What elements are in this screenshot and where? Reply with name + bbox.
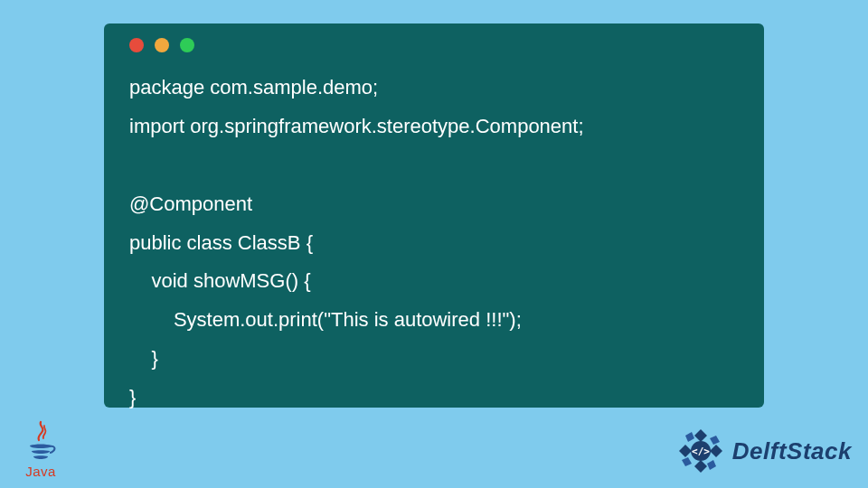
java-logo: Java	[16, 414, 65, 479]
close-icon[interactable]	[129, 38, 144, 52]
minimize-icon[interactable]	[155, 38, 169, 52]
svg-marker-0	[694, 429, 707, 442]
svg-text:</>: </>	[692, 446, 710, 457]
svg-marker-6	[682, 457, 692, 466]
delftstack-icon: </>	[676, 427, 725, 475]
window-controls	[129, 38, 746, 52]
svg-marker-7	[685, 432, 694, 442]
java-cup-icon	[23, 420, 59, 464]
svg-marker-2	[694, 460, 707, 473]
brand-logo: </> DelftStack	[676, 427, 852, 475]
svg-marker-4	[710, 436, 720, 445]
svg-marker-5	[707, 460, 716, 470]
maximize-icon[interactable]	[180, 38, 194, 52]
code-block: package com.sample.demo; import org.spri…	[129, 69, 746, 418]
svg-marker-1	[710, 445, 722, 457]
java-logo-text: Java	[25, 464, 56, 479]
code-window: package com.sample.demo; import org.spri…	[104, 23, 764, 408]
brand-name: DelftStack	[732, 437, 852, 465]
svg-marker-3	[679, 445, 692, 457]
